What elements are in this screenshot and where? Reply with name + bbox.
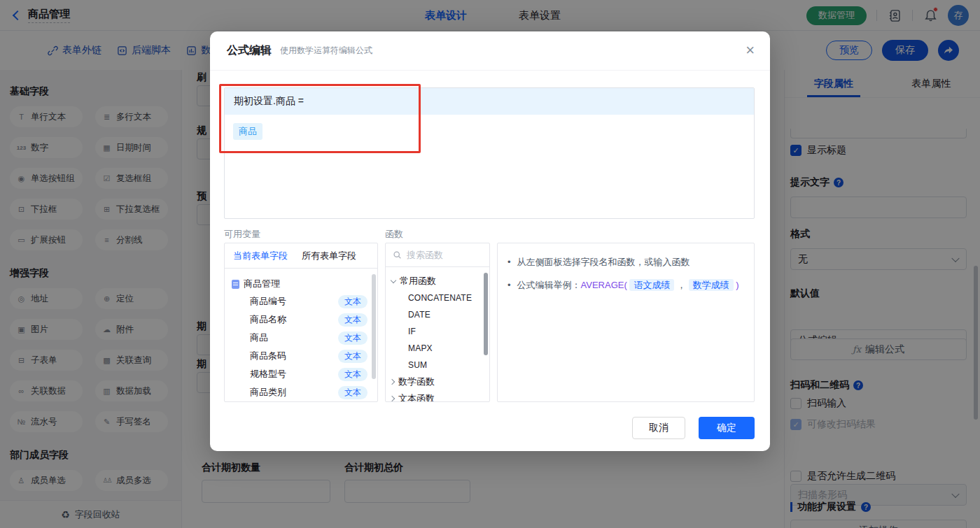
function-close-token: ) (736, 280, 738, 290)
formula-editor[interactable]: 期初设置.商品 = 商品 (224, 87, 755, 219)
variables-tree: 商品管理 商品编号文本商品名称文本商品文本商品条码文本规格型号文本商品类别文本 (225, 269, 377, 401)
modal-header: 公式编辑 使用数学运算符编辑公式 (210, 31, 770, 71)
help-text-1: 从左侧面板选择字段名和函数，或输入函数 (517, 255, 690, 269)
function-search-input[interactable]: 搜索函数 (386, 243, 489, 267)
functions-panel: 搜索函数 常用函数CONCATENATEDATEIFMAPXSUM数学函数文本函… (385, 243, 490, 402)
variables-root-label: 商品管理 (244, 278, 280, 290)
variable-field-name: 商品类别 (250, 386, 286, 399)
variables-scrollbar[interactable] (372, 274, 376, 379)
tab-all-form-fields[interactable]: 所有表单字段 (302, 250, 356, 262)
search-placeholder: 搜索函数 (407, 249, 443, 262)
bullet-dot: • (507, 255, 511, 269)
variable-field-row[interactable]: 商品条码文本 (232, 347, 377, 365)
modal-title: 公式编辑 (227, 43, 272, 58)
formula-help-panel: • 从左侧面板选择字段名和函数，或输入函数 • 公式编辑举例：AVERAGE( … (497, 243, 755, 402)
variable-field-name: 商品编号 (250, 295, 286, 308)
function-item[interactable]: SUM (391, 357, 489, 373)
variable-field-name: 商品条码 (250, 350, 286, 362)
help-bullet-2: • 公式编辑举例：AVERAGE( 语文成绩 ， 数学成绩 ) (507, 278, 744, 292)
variable-field-name: 商品 (250, 331, 268, 344)
function-group-name: 常用函数 (400, 275, 436, 287)
formula-edit-modal: 公式编辑 使用数学运算符编辑公式 × 期初设置.商品 = 商品 可用变量 当前表… (210, 31, 770, 451)
search-icon (393, 250, 402, 259)
field-type-badge: 文本 (338, 331, 368, 345)
formula-body[interactable]: 商品 (225, 115, 754, 148)
chevron-right-icon (389, 396, 395, 401)
functions-tree: 常用函数CONCATENATEDATEIFMAPXSUM数学函数文本函数 (386, 267, 489, 402)
field-type-badge: 文本 (338, 350, 368, 363)
formula-target: 期初设置.商品 = (225, 88, 754, 115)
example-field-tag: 语文成绩 (629, 279, 674, 291)
field-type-badge: 文本 (338, 368, 368, 381)
tab-current-form-fields[interactable]: 当前表单字段 (233, 250, 288, 262)
function-group-collapsed[interactable]: 数学函数 (391, 373, 489, 390)
field-type-badge: 文本 (338, 295, 368, 308)
confirm-button[interactable]: 确定 (699, 417, 755, 439)
functions-scrollbar[interactable] (484, 273, 488, 355)
variables-tree-root[interactable]: 商品管理 (232, 276, 377, 292)
separator-token: ， (677, 280, 686, 290)
variable-field-name: 规格型号 (250, 368, 286, 380)
function-group-collapsed[interactable]: 文本函数 (391, 390, 489, 402)
variable-field-row[interactable]: 商品编号文本 (232, 292, 377, 311)
variables-panel: 当前表单字段 所有表单字段 商品管理 商品编号文本商品名称文本商品文本商品条码文… (224, 243, 378, 402)
function-group-name: 数学函数 (398, 376, 435, 388)
variables-tabs: 当前表单字段 所有表单字段 (225, 243, 377, 269)
variable-field-row[interactable]: 商品类别文本 (232, 383, 377, 401)
variable-field-row[interactable]: 商品文本 (232, 329, 377, 347)
function-item[interactable]: DATE (391, 306, 489, 323)
function-name-token: AVERAGE( (581, 280, 627, 290)
field-type-badge: 文本 (338, 386, 368, 399)
variable-field-row[interactable]: 规格型号文本 (232, 365, 377, 383)
function-item[interactable]: MAPX (391, 340, 489, 357)
variables-label: 可用变量 (224, 228, 260, 241)
bullet-dot: • (507, 278, 511, 292)
variable-field-row[interactable]: 商品名称文本 (232, 311, 377, 329)
example-field-tag: 数学成绩 (689, 279, 734, 291)
chevron-down-icon (391, 277, 396, 283)
function-item[interactable]: CONCATENATE (391, 290, 489, 306)
function-item[interactable]: IF (391, 323, 489, 340)
modal-subtitle: 使用数学运算符编辑公式 (280, 45, 372, 57)
chevron-right-icon (389, 379, 395, 385)
field-type-badge: 文本 (338, 313, 368, 327)
help-bullet-1: • 从左侧面板选择字段名和函数，或输入函数 (507, 255, 744, 269)
function-group-expanded[interactable]: 常用函数 (391, 273, 489, 290)
formula-field-tag[interactable]: 商品 (233, 123, 262, 140)
app-screen: 商品管理 表单设计 表单设置 数据管理 (0, 0, 980, 528)
variable-field-name: 商品名称 (250, 313, 286, 326)
close-icon[interactable]: × (746, 43, 755, 58)
form-doc-icon (232, 280, 239, 289)
help-example-prefix: 公式编辑举例： (517, 280, 581, 290)
functions-label: 函数 (385, 228, 403, 241)
cancel-button[interactable]: 取消 (632, 417, 685, 439)
help-text-2: 公式编辑举例：AVERAGE( 语文成绩 ， 数学成绩 ) (517, 278, 739, 292)
function-group-name: 文本函数 (398, 392, 435, 402)
